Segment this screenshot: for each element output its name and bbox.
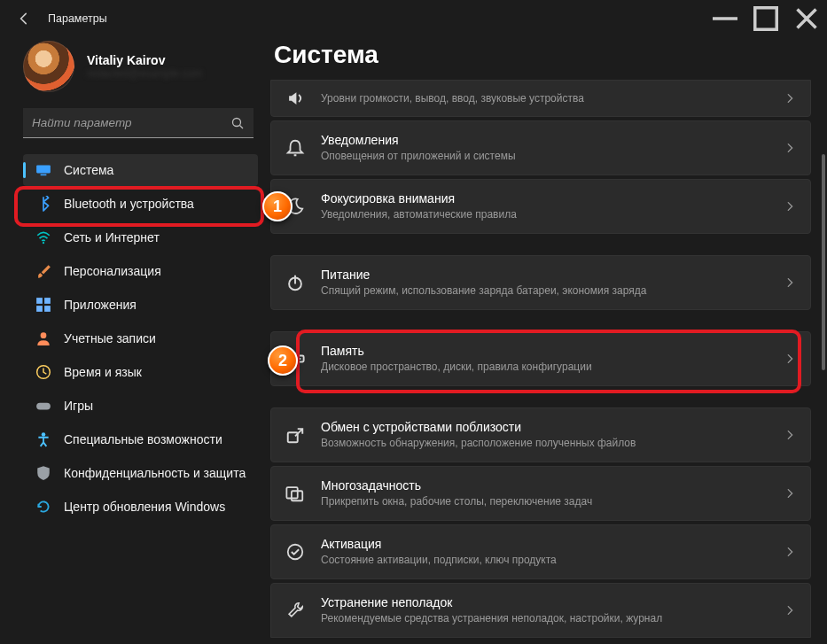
- sidebar-item-bluetooth[interactable]: Bluetooth и устройства: [23, 188, 258, 220]
- panel-subtitle: Уведомления, автоматические правила: [321, 208, 784, 222]
- sidebar-item-brush[interactable]: Персонализация: [23, 255, 258, 287]
- panel-subtitle: Дисковое пространство, диски, правила ко…: [321, 361, 784, 375]
- chevron-right-icon: [784, 142, 796, 154]
- panel-subtitle: Прикрепить окна, рабочие столы, переключ…: [321, 495, 784, 509]
- sidebar-item-update[interactable]: Центр обновления Windows: [23, 491, 258, 523]
- sidebar-item-label: Система: [64, 163, 113, 177]
- shield-icon: [35, 465, 51, 481]
- panel-title: Многозадачность: [321, 477, 784, 493]
- sidebar-item-label: Сеть и Интернет: [64, 230, 160, 244]
- panel-title: Активация: [321, 536, 784, 552]
- panel-check[interactable]: Активация Состояние активации, подписки,…: [270, 524, 811, 579]
- user-email: redacted@example.com: [87, 67, 202, 80]
- sidebar-item-wifi[interactable]: Сеть и Интернет: [23, 221, 258, 253]
- sidebar-item-label: Учетные записи: [64, 331, 156, 345]
- search-icon: [230, 116, 245, 130]
- clock-icon: [35, 364, 51, 380]
- panel-subtitle: Оповещения от приложений и системы: [321, 150, 784, 164]
- chevron-right-icon: [784, 276, 796, 289]
- panel-subtitle: Спящий режим, использование заряда батар…: [321, 284, 784, 299]
- avatar: [23, 41, 74, 92]
- power-icon: [285, 273, 305, 292]
- panel-multitask[interactable]: Многозадачность Прикрепить окна, рабочие…: [270, 466, 811, 521]
- sidebar-item-label: Конфиденциальность и защита: [64, 466, 246, 480]
- sidebar-item-clock[interactable]: Время и язык: [23, 356, 258, 388]
- sidebar-item-apps[interactable]: Приложения: [23, 289, 258, 321]
- callout-1: 1: [262, 191, 293, 221]
- update-icon: [35, 499, 51, 515]
- check-icon: [285, 542, 305, 562]
- bluetooth-icon: [35, 196, 51, 212]
- panel-share[interactable]: Обмен с устройствами поблизости Возможно…: [270, 407, 811, 462]
- panel-sound[interactable]: Уровни громкости, вывод, ввод, звуковые …: [270, 80, 811, 117]
- panel-bell[interactable]: Уведомления Оповещения от приложений и с…: [270, 120, 811, 175]
- wifi-icon: [35, 229, 51, 245]
- sidebar-item-shield[interactable]: Конфиденциальность и защита: [23, 457, 258, 489]
- sidebar-item-label: Время и язык: [64, 365, 142, 379]
- monitor-icon: [35, 162, 51, 178]
- panel-title: Фокусировка внимания: [321, 190, 784, 206]
- chevron-right-icon: [784, 429, 796, 441]
- svg-point-2: [233, 118, 241, 126]
- minimize-button[interactable]: [705, 0, 745, 37]
- sidebar-item-label: Персонализация: [64, 264, 161, 278]
- user-name: Vitaliy Kairov: [87, 53, 202, 67]
- wrench-icon: [285, 601, 305, 620]
- window-title: Параметры: [48, 12, 107, 25]
- search-box[interactable]: [23, 108, 254, 138]
- panel-power[interactable]: Питание Спящий режим, использование заря…: [270, 255, 811, 310]
- share-icon: [285, 425, 305, 445]
- panel-title: Уведомления: [321, 132, 784, 148]
- callout-2: 2: [268, 345, 298, 376]
- back-button[interactable]: [16, 11, 32, 27]
- accessibility-icon: [35, 431, 51, 447]
- sidebar: Vitaliy Kairov redacted@example.com Сист…: [0, 37, 270, 644]
- sidebar-item-label: Центр обновления Windows: [64, 500, 225, 514]
- sidebar-item-gamepad[interactable]: Игры: [23, 390, 258, 422]
- panel-moon[interactable]: Фокусировка внимания Уведомления, автома…: [270, 179, 811, 234]
- panel-subtitle: Возможность обнаружения, расположение по…: [321, 437, 784, 451]
- panel-title: Питание: [321, 267, 784, 283]
- close-button[interactable]: [786, 0, 827, 37]
- sidebar-item-label: Приложения: [64, 298, 137, 312]
- sidebar-item-person[interactable]: Учетные записи: [23, 322, 258, 354]
- sidebar-item-label: Bluetooth и устройства: [64, 197, 194, 211]
- sidebar-item-monitor[interactable]: Система: [23, 154, 258, 186]
- bell-icon: [285, 138, 305, 158]
- panel-subtitle: Рекомендуемые средства устранения непола…: [321, 612, 784, 626]
- svg-line-3: [240, 125, 244, 128]
- chevron-right-icon: [784, 92, 796, 105]
- search-input[interactable]: [32, 116, 230, 129]
- multitask-icon: [285, 484, 305, 503]
- panel-subtitle: Уровни громкости, вывод, ввод, звуковые …: [321, 92, 784, 106]
- sidebar-item-accessibility[interactable]: Специальные возможности: [23, 423, 258, 455]
- sidebar-item-label: Специальные возможности: [64, 432, 222, 446]
- gamepad-icon: [35, 398, 51, 414]
- chevron-right-icon: [784, 546, 796, 558]
- panel-title: Память: [321, 343, 784, 359]
- panel-subtitle: Состояние активации, подписки, ключ прод…: [321, 554, 784, 568]
- panel-storage[interactable]: Память Дисковое пространство, диски, пра…: [270, 331, 811, 386]
- sidebar-item-label: Игры: [64, 399, 93, 413]
- scrollbar[interactable]: [822, 154, 825, 370]
- panel-title: Обмен с устройствами поблизости: [321, 419, 784, 435]
- page-title: Система: [274, 41, 811, 69]
- brush-icon: [35, 263, 51, 279]
- user-card[interactable]: Vitaliy Kairov redacted@example.com: [23, 41, 258, 92]
- chevron-right-icon: [784, 200, 796, 213]
- maximize-button[interactable]: [745, 0, 786, 37]
- chevron-right-icon: [784, 353, 796, 365]
- chevron-right-icon: [784, 604, 796, 617]
- sound-icon: [285, 89, 305, 108]
- person-icon: [35, 330, 51, 346]
- panel-wrench[interactable]: Устранение неполадок Рекомендуемые средс…: [270, 583, 811, 638]
- panel-title: Устранение неполадок: [321, 594, 784, 610]
- svg-rect-1: [755, 8, 777, 30]
- chevron-right-icon: [784, 487, 796, 500]
- apps-icon: [35, 297, 51, 313]
